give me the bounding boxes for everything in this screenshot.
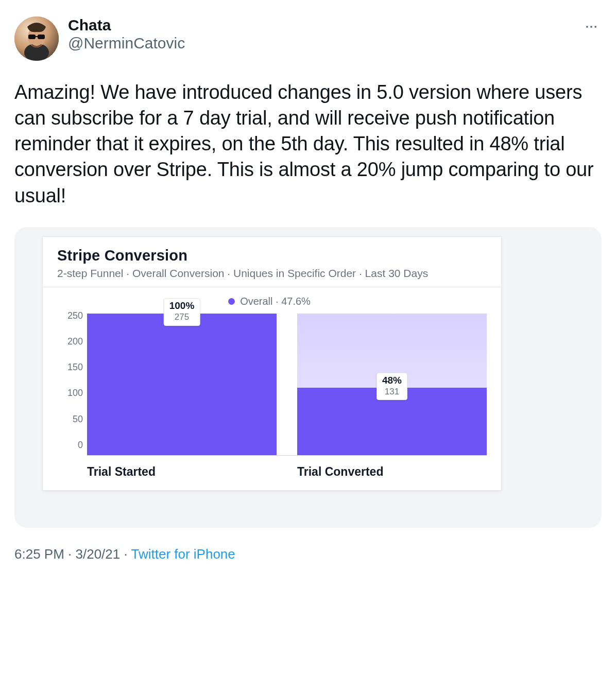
x-axis-label: Trial Started xyxy=(87,465,277,479)
y-axis: 050100150200250 xyxy=(52,314,87,456)
bar-fill xyxy=(87,314,277,456)
bar-label-absolute: 131 xyxy=(382,387,402,397)
svg-rect-3 xyxy=(28,34,36,39)
ellipsis-icon xyxy=(584,20,598,34)
chart-plot-area: 050100150200250 100%27548%131 xyxy=(52,314,487,456)
x-axis-label: Trial Converted xyxy=(297,465,487,479)
bar-label-percent: 100% xyxy=(169,301,195,312)
svg-point-6 xyxy=(586,26,588,28)
x-axis-labels: Trial StartedTrial Converted xyxy=(87,465,487,479)
chart-legend: Overall · 47.6% xyxy=(52,296,487,307)
y-axis-tick: 250 xyxy=(67,310,83,321)
bar-value-label: 100%275 xyxy=(164,298,200,326)
legend-dot-icon xyxy=(228,298,235,305)
avatar[interactable] xyxy=(14,16,59,61)
y-axis-tick: 0 xyxy=(78,439,83,450)
bar-plot: 100%27548%131 xyxy=(87,314,487,456)
avatar-photo-icon xyxy=(14,16,59,61)
tweet-text: Amazing! We have introduced changes in 5… xyxy=(14,79,602,209)
svg-point-7 xyxy=(590,26,592,28)
y-axis-tick: 50 xyxy=(73,413,83,424)
chart-legend-label: Overall · 47.6% xyxy=(240,296,311,307)
tweet-media-embed[interactable]: Stripe Conversion 2-step Funnel · Overal… xyxy=(14,227,602,528)
tweet-source-link[interactable]: Twitter for iPhone xyxy=(131,546,235,562)
tweet-meta: 6:25 PM · 3/20/21 · Twitter for iPhone xyxy=(14,546,602,562)
author-name-block[interactable]: Chata @NerminCatovic xyxy=(68,16,581,53)
y-axis-tick: 150 xyxy=(67,362,83,373)
user-handle: @NerminCatovic xyxy=(68,33,581,53)
funnel-bar: 100%275 xyxy=(87,314,277,456)
tweet-timestamp[interactable]: 6:25 PM · 3/20/21 xyxy=(14,546,120,562)
meta-separator: · xyxy=(124,546,131,562)
svg-rect-5 xyxy=(36,36,38,37)
tweet-card: Chata @NerminCatovic Amazing! We have in… xyxy=(0,0,616,583)
bar-label-absolute: 275 xyxy=(169,313,195,322)
funnel-bar: 48%131 xyxy=(297,314,487,456)
chart-subtitle: 2-step Funnel · Overall Conversion · Uni… xyxy=(57,267,487,280)
chart-card-header: Stripe Conversion 2-step Funnel · Overal… xyxy=(43,237,501,287)
more-options-button[interactable] xyxy=(581,16,602,37)
bar-value-label: 48%131 xyxy=(377,373,407,401)
tweet-header: Chata @NerminCatovic xyxy=(14,16,602,61)
svg-point-8 xyxy=(594,26,596,28)
y-axis-tick: 100 xyxy=(67,388,83,399)
chart-body: Overall · 47.6% 050100150200250 100%2754… xyxy=(43,287,501,490)
display-name: Chata xyxy=(68,16,581,33)
bar-label-percent: 48% xyxy=(382,375,402,386)
chart-title: Stripe Conversion xyxy=(57,247,487,264)
y-axis-tick: 200 xyxy=(67,336,83,347)
chart-card: Stripe Conversion 2-step Funnel · Overal… xyxy=(42,236,502,491)
svg-rect-4 xyxy=(38,34,45,39)
